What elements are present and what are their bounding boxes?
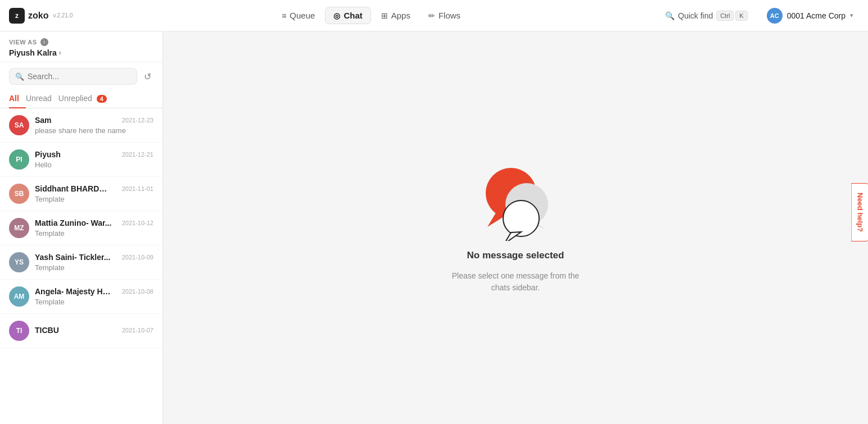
chat-content: Sam 2021-12-23 please share here the nam… xyxy=(35,116,153,135)
chat-avatar: YS xyxy=(9,252,29,272)
chat-preview: Template xyxy=(35,263,153,272)
chat-item[interactable]: MZ Mattia Zunino- War... 2021-10-12 Temp… xyxy=(0,211,162,245)
kbd-k: K xyxy=(735,11,747,21)
chat-item[interactable]: SA Sam 2021-12-23 please share here the … xyxy=(0,108,162,143)
chat-preview: Hello xyxy=(35,161,153,169)
nav-chat-label: Chat xyxy=(343,11,362,20)
search-icon: 🔍 xyxy=(665,11,675,20)
tab-unread[interactable]: Unread xyxy=(26,89,58,108)
nav-queue[interactable]: ≡ Queue xyxy=(274,7,323,24)
chat-preview: Template xyxy=(35,195,153,203)
kbd-ctrl: Ctrl xyxy=(716,11,734,21)
chat-top-row: TICBU 2021-10-07 xyxy=(35,326,153,335)
chat-name: Angela- Majesty Ha... xyxy=(35,287,114,296)
nav-flows[interactable]: ✏ Flows xyxy=(421,7,468,24)
sidebar-header: VIEW AS i Piyush Kalra › xyxy=(0,31,162,62)
chat-illustration xyxy=(471,162,560,241)
quick-find-label: Quick find xyxy=(678,11,713,20)
no-message-subtitle: Please select one message from thechats … xyxy=(452,270,579,294)
no-message-title: No message selected xyxy=(467,250,564,261)
info-icon[interactable]: i xyxy=(40,38,48,46)
unreplied-badge: 4 xyxy=(97,95,107,103)
chat-content: TICBU 2021-10-07 xyxy=(35,326,153,336)
chat-preview: Template xyxy=(35,229,153,238)
chat-top-row: Piyush 2021-12-21 xyxy=(35,150,153,159)
chat-top-row: Mattia Zunino- War... 2021-10-12 xyxy=(35,218,153,227)
quick-find-button[interactable]: 🔍 Quick find Ctrl K xyxy=(658,7,754,24)
account-avatar: AC xyxy=(767,8,783,24)
svg-point-4 xyxy=(503,200,539,236)
logo-area: z zoko v.2.21.0 xyxy=(9,8,73,24)
apps-icon: ⊞ xyxy=(381,11,388,20)
chat-name: TICBU xyxy=(35,326,59,335)
chat-item[interactable]: YS Yash Saini- Tickler... 2021-10-09 Tem… xyxy=(0,245,162,280)
nav-right: 🔍 Quick find Ctrl K AC 0001 Acme Corp ▾ xyxy=(658,4,859,27)
chat-date: 2021-10-12 xyxy=(122,220,153,226)
user-name: Piyush Kalra xyxy=(9,48,57,57)
chat-content: Angela- Majesty Ha... 2021-10-08 Templat… xyxy=(35,287,153,306)
view-as-row: VIEW AS i xyxy=(9,38,153,46)
account-button[interactable]: AC 0001 Acme Corp ▾ xyxy=(761,4,859,27)
no-message-panel: No message selected Please select one me… xyxy=(452,162,579,294)
user-name-button[interactable]: Piyush Kalra › xyxy=(9,48,61,57)
main-area: VIEW AS i Piyush Kalra › 🔍 ↺ All Unread xyxy=(0,31,868,424)
chat-item[interactable]: TI TICBU 2021-10-07 xyxy=(0,314,162,348)
chat-preview: please share here the name xyxy=(35,126,153,135)
chat-avatar: TI xyxy=(9,321,29,341)
chat-name: Siddhant BHARDWA... xyxy=(35,184,114,193)
nav-items: ≡ Queue ◎ Chat ⊞ Apps ✏ Flows xyxy=(86,7,656,24)
chat-top-row: Yash Saini- Tickler... 2021-10-09 xyxy=(35,253,153,262)
need-help-button[interactable]: Need help? xyxy=(851,183,868,241)
search-wrap: 🔍 xyxy=(9,68,137,85)
chat-item[interactable]: SB Siddhant BHARDWA... 2021-11-01 Templa… xyxy=(0,177,162,211)
chat-avatar: PI xyxy=(9,149,29,170)
tab-all[interactable]: All xyxy=(9,89,26,108)
chat-content: Yash Saini- Tickler... 2021-10-09 Templa… xyxy=(35,253,153,272)
chat-avatar: SA xyxy=(9,115,29,135)
chat-name: Sam xyxy=(35,116,52,125)
main-content: No message selected Please select one me… xyxy=(163,31,868,424)
chat-avatar: MZ xyxy=(9,218,29,238)
tabs-row: All Unread Unreplied 4 xyxy=(0,85,162,108)
chat-content: Mattia Zunino- War... 2021-10-12 Templat… xyxy=(35,218,153,238)
chat-list: SA Sam 2021-12-23 please share here the … xyxy=(0,108,162,424)
nav-queue-label: Queue xyxy=(290,11,315,20)
logo-icon: z xyxy=(9,8,25,24)
chat-item[interactable]: PI Piyush 2021-12-21 Hello xyxy=(0,143,162,177)
chat-date: 2021-10-07 xyxy=(122,327,153,334)
chat-top-row: Siddhant BHARDWA... 2021-11-01 xyxy=(35,184,153,193)
chat-date: 2021-10-08 xyxy=(122,288,153,295)
account-name: 0001 Acme Corp xyxy=(787,11,846,20)
nav-apps-label: Apps xyxy=(391,11,410,20)
tab-unreplied[interactable]: Unreplied 4 xyxy=(58,89,114,108)
chat-preview: Template xyxy=(35,298,153,306)
chat-content: Piyush 2021-12-21 Hello xyxy=(35,150,153,169)
chat-item[interactable]: AM Angela- Majesty Ha... 2021-10-08 Temp… xyxy=(0,280,162,314)
chat-date: 2021-11-01 xyxy=(122,185,153,192)
search-input[interactable] xyxy=(28,72,131,81)
logo-name: zoko xyxy=(28,11,48,21)
chat-top-row: Angela- Majesty Ha... 2021-10-08 xyxy=(35,287,153,296)
chat-date: 2021-12-21 xyxy=(122,151,153,158)
chat-name: Yash Saini- Tickler... xyxy=(35,253,110,262)
chat-top-row: Sam 2021-12-23 xyxy=(35,116,153,125)
user-chevron-icon: › xyxy=(59,49,61,57)
chat-icon: ◎ xyxy=(333,11,340,20)
keyboard-shortcut: Ctrl K xyxy=(716,11,747,21)
chat-name: Piyush xyxy=(35,150,61,159)
nav-apps[interactable]: ⊞ Apps xyxy=(373,7,418,24)
chat-content: Siddhant BHARDWA... 2021-11-01 Template xyxy=(35,184,153,203)
search-icon: 🔍 xyxy=(15,72,24,81)
topnav: z zoko v.2.21.0 ≡ Queue ◎ Chat ⊞ Apps ✏ … xyxy=(0,0,868,31)
chat-avatar: SB xyxy=(9,184,29,204)
sidebar: VIEW AS i Piyush Kalra › 🔍 ↺ All Unread xyxy=(0,31,163,424)
logo-version: v.2.21.0 xyxy=(53,12,73,19)
queue-icon: ≡ xyxy=(282,11,286,20)
chat-name: Mattia Zunino- War... xyxy=(35,218,111,227)
chat-avatar: AM xyxy=(9,286,29,307)
refresh-button[interactable]: ↺ xyxy=(142,69,153,84)
nav-flows-label: Flows xyxy=(438,11,460,20)
view-as-label: VIEW AS xyxy=(9,39,37,45)
account-chevron-icon: ▾ xyxy=(850,12,853,19)
nav-chat[interactable]: ◎ Chat xyxy=(325,7,370,24)
